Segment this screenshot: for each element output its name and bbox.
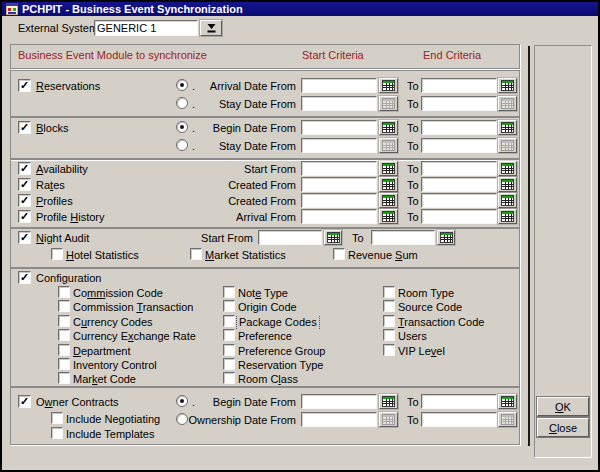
- vertical-divider: [528, 46, 530, 446]
- app-icon: [6, 3, 18, 15]
- created-from-label: Created From: [60, 195, 296, 208]
- night-audit-checkbox[interactable]: ✓: [18, 231, 31, 244]
- check-icon: ✓: [20, 123, 29, 132]
- night-audit-end-calendar-button[interactable]: [437, 230, 455, 245]
- configuration-checkbox[interactable]: ✓: [18, 271, 31, 284]
- owner-begin-end-input[interactable]: [421, 394, 497, 409]
- profiles-checkbox[interactable]: ✓: [18, 194, 31, 207]
- market-code-checkbox[interactable]: [58, 372, 70, 384]
- reservations-stay-end-calendar-button[interactable]: [498, 96, 517, 111]
- profiles-created-end-input[interactable]: [421, 193, 497, 208]
- availability-start-calendar-button[interactable]: [379, 161, 398, 176]
- owner-begin-end-calendar-button[interactable]: [498, 394, 517, 409]
- hotel-statistics-label: Hotel Statistics: [66, 249, 139, 262]
- reservations-arrival-end-input[interactable]: [421, 78, 497, 93]
- dialog-window: PCHPIT - Business Event Synchronization …: [0, 0, 600, 472]
- include-templates-checkbox[interactable]: [51, 427, 63, 439]
- reservation-type-label: Reservation Type: [238, 359, 323, 372]
- reservations-arrival-end-calendar-button[interactable]: [498, 78, 517, 93]
- close-button[interactable]: Close: [537, 418, 589, 437]
- ownership-date-from-label: Ownership Date From: [60, 414, 296, 427]
- blocks-stay-start-input[interactable]: [301, 138, 377, 153]
- external-system-dropdown-button[interactable]: [200, 20, 222, 36]
- check-icon: ✓: [20, 180, 29, 189]
- preference-checkbox[interactable]: [223, 329, 235, 341]
- to-label: To: [407, 98, 419, 111]
- owner-ownership-end-calendar-button[interactable]: [498, 412, 517, 427]
- reservations-stay-end-input[interactable]: [421, 96, 497, 111]
- night-audit-start-calendar-button[interactable]: [324, 230, 342, 245]
- availability-checkbox[interactable]: ✓: [18, 162, 31, 175]
- calendar-icon: [440, 232, 453, 243]
- external-system-input[interactable]: [94, 20, 198, 36]
- blocks-stay-start-calendar-button[interactable]: [379, 138, 398, 153]
- owner-ownership-end-input[interactable]: [421, 412, 497, 427]
- profiles-created-start-calendar-button[interactable]: [379, 193, 398, 208]
- blocks-begin-start-calendar-button[interactable]: [379, 120, 398, 135]
- blocks-stay-end-calendar-button[interactable]: [498, 138, 517, 153]
- start-from-label: Start From: [60, 232, 253, 245]
- title-bar[interactable]: PCHPIT - Business Event Synchronization: [2, 2, 598, 16]
- currency-codes-checkbox[interactable]: [58, 315, 70, 327]
- profiles-created-start-input[interactable]: [301, 193, 377, 208]
- department-checkbox[interactable]: [58, 344, 70, 356]
- availability-end-input[interactable]: [421, 161, 497, 176]
- room-type-checkbox[interactable]: [383, 286, 395, 298]
- profile-history-arrival-start-input[interactable]: [301, 209, 377, 224]
- owner-begin-start-calendar-button[interactable]: [379, 394, 398, 409]
- currency-exchange-rate-checkbox[interactable]: [58, 329, 70, 341]
- revenue-sum-checkbox[interactable]: [333, 248, 345, 260]
- vip-level-checkbox[interactable]: [383, 344, 395, 356]
- source-code-checkbox[interactable]: [383, 300, 395, 312]
- calendar-icon: [501, 122, 514, 133]
- ok-button[interactable]: OK: [537, 397, 589, 416]
- reservations-arrival-start-input[interactable]: [301, 78, 377, 93]
- reservation-type-checkbox[interactable]: [223, 358, 235, 370]
- profile-history-arrival-start-calendar-button[interactable]: [379, 209, 398, 224]
- transaction-code-checkbox[interactable]: [383, 315, 395, 327]
- owner-begin-start-input[interactable]: [301, 394, 377, 409]
- reservations-checkbox[interactable]: ✓: [18, 79, 31, 92]
- rates-created-end-calendar-button[interactable]: [498, 177, 517, 192]
- commission-transaction-checkbox[interactable]: [58, 300, 70, 312]
- availability-start-input[interactable]: [301, 161, 377, 176]
- rates-created-end-input[interactable]: [421, 177, 497, 192]
- night-audit-start-input[interactable]: [258, 230, 322, 245]
- market-statistics-checkbox[interactable]: [190, 248, 202, 260]
- owner-contracts-checkbox[interactable]: ✓: [18, 395, 31, 408]
- rates-created-start-input[interactable]: [301, 177, 377, 192]
- reservations-arrival-start-calendar-button[interactable]: [379, 78, 398, 93]
- commission-code-checkbox[interactable]: [58, 286, 70, 298]
- rates-created-start-calendar-button[interactable]: [379, 177, 398, 192]
- origin-code-checkbox[interactable]: [223, 300, 235, 312]
- availability-end-calendar-button[interactable]: [498, 161, 517, 176]
- inventory-control-checkbox[interactable]: [58, 358, 70, 370]
- check-icon: ✓: [20, 397, 29, 406]
- profile-history-checkbox[interactable]: ✓: [18, 210, 31, 223]
- reservations-stay-start-input[interactable]: [301, 96, 377, 111]
- note-type-checkbox[interactable]: [223, 286, 235, 298]
- night-audit-end-input[interactable]: [371, 230, 435, 245]
- blocks-begin-start-input[interactable]: [301, 120, 377, 135]
- profile-history-arrival-end-input[interactable]: [421, 209, 497, 224]
- owner-ownership-start-input[interactable]: [301, 412, 377, 427]
- check-icon: ✓: [20, 212, 29, 221]
- hotel-statistics-checkbox[interactable]: [51, 248, 63, 260]
- blocks-checkbox[interactable]: ✓: [18, 121, 31, 134]
- begin-date-from-label: Begin Date From: [60, 122, 296, 135]
- to-label: To: [352, 232, 364, 245]
- profile-history-arrival-end-calendar-button[interactable]: [498, 209, 517, 224]
- blocks-begin-end-input[interactable]: [421, 120, 497, 135]
- preference-group-checkbox[interactable]: [223, 344, 235, 356]
- blocks-begin-end-calendar-button[interactable]: [498, 120, 517, 135]
- owner-ownership-start-calendar-button[interactable]: [379, 412, 398, 427]
- preference-group-label: Preference Group: [238, 345, 325, 358]
- profiles-created-end-calendar-button[interactable]: [498, 193, 517, 208]
- reservations-stay-start-calendar-button[interactable]: [379, 96, 398, 111]
- blocks-stay-end-input[interactable]: [421, 138, 497, 153]
- users-checkbox[interactable]: [383, 329, 395, 341]
- calendar-icon: [501, 211, 514, 222]
- room-class-checkbox[interactable]: [223, 372, 235, 384]
- rates-checkbox[interactable]: ✓: [18, 178, 31, 191]
- package-codes-checkbox[interactable]: [223, 315, 235, 327]
